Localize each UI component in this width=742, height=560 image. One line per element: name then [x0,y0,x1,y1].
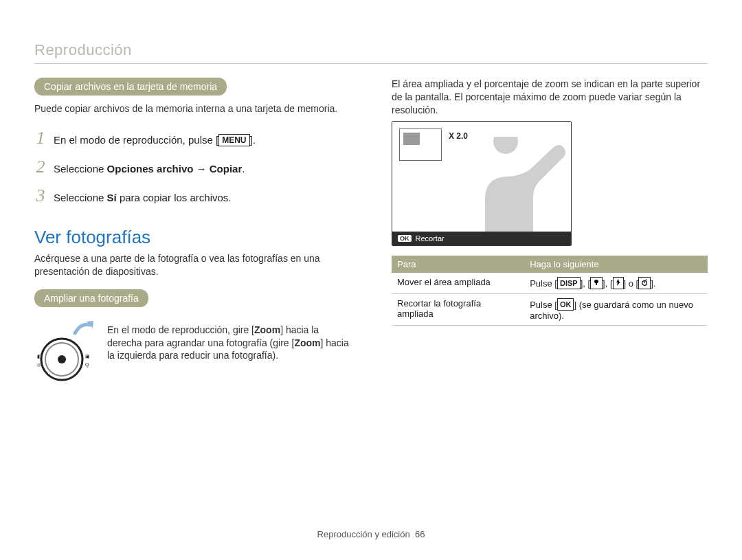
zoom-area-explainer: El área ampliada y el porcentaje de zoom… [392,78,708,117]
bold-text: Zoom [254,324,280,335]
step-2: 2 Seleccione Opciones archivo → Copiar. [34,157,350,177]
text: . [242,163,245,175]
footer-section: Reproducción y edición [317,529,410,539]
text: ]. [250,134,256,146]
text: ]. [651,278,655,289]
bold-text: Sí [107,192,117,203]
intro-copy-files: Puede copiar archivos de la memoria inte… [34,102,350,115]
camera-screen-illustration: X 2.0 OK Recortar [392,121,572,246]
table-row: Recortar la fotografía ampliada Pulse [O… [392,293,708,325]
subsection-pill-zoom: Ampliar una fotografía [34,289,148,307]
macro-button-icon [590,277,603,289]
two-column-layout: Copiar archivos en la tarjeta de memoria… [34,78,708,388]
page-footer: Reproducción y edición 66 [0,529,742,539]
header-divider [34,63,708,64]
child-silhouette-icon [458,137,571,232]
ok-button-label: OK [557,298,574,311]
svg-text:Q: Q [85,362,89,368]
step-number: 2 [34,157,47,177]
zoom-dial-illustration: ◧ ◎ ▣ Q [34,324,96,388]
step-number: 1 [34,128,47,148]
svg-text:◧: ◧ [37,354,42,359]
timer-button-icon [638,277,651,289]
text: Seleccione [54,163,107,175]
step-3: 3 Seleccione Sí para copiar los archivos… [34,186,350,206]
right-column: El área ampliada y el porcentaje de zoom… [392,78,708,388]
menu-button-label: MENU [218,134,249,146]
step-text: Seleccione Opciones archivo → Copiar. [54,163,245,175]
bold-text: Zoom [294,337,320,348]
text: Pulse [ [530,278,557,289]
text: En el modo de reproducción, pulse [ [54,134,218,146]
svg-text:◎: ◎ [37,362,41,367]
left-column: Copiar archivos en la tarjeta de memoria… [34,78,350,388]
cell-task: Mover el área ampliada [392,273,524,294]
cell-action: Pulse [OK] (se guardará como un nuevo ar… [524,293,708,325]
step-1: 1 En el modo de reproducción, pulse [MEN… [34,128,350,148]
cell-action: Pulse [DISP], [ ], [ ] o [ ]. [524,273,708,294]
section-title-view-photos: Ver fotografías [34,227,350,248]
table-header-action: Haga lo siguiente [524,256,708,273]
text: para copiar los archivos. [117,192,232,203]
text: ], [ [581,278,590,289]
svg-point-2 [58,355,66,363]
flash-button-icon [613,277,624,289]
disp-button-label: DISP [557,277,581,289]
subsection-pill-copy: Copiar archivos en la tarjeta de memoria [34,78,227,96]
crop-label: Recortar [416,234,445,243]
text: ], [ [603,278,612,289]
zoom-instruction-text: En el modo de reproducción, gire [Zoom] … [107,324,350,388]
svg-text:▣: ▣ [85,354,90,359]
text: Pulse [ [530,300,557,310]
table-header-para: Para [392,256,524,273]
step-text: En el modo de reproducción, pulse [MENU]… [54,134,256,146]
zoom-navigator-box [399,128,442,161]
instruction-table: Para Haga lo siguiente Mover el área amp… [392,256,708,326]
page-number: 66 [415,529,425,539]
screen-bottom-bar: OK Recortar [392,232,571,245]
cell-task: Recortar la fotografía ampliada [392,293,524,325]
rotate-arrow-icon [73,321,93,336]
step-text: Seleccione Sí para copiar los archivos. [54,192,232,203]
zoom-viewport-indicator [403,133,420,145]
steps-list: 1 En el modo de reproducción, pulse [MEN… [34,128,350,206]
intro-view-photos: Acérquese a una parte de la fotografía o… [34,252,350,278]
text: ] o [ [624,278,639,289]
manual-page: Reproducción Copiar archivos en la tarje… [0,0,742,560]
zoom-instruction-row: ◧ ◎ ▣ Q En el modo de reproducción, gire… [34,324,350,388]
text: Seleccione [54,192,107,203]
text: En el modo de reproducción, gire [ [107,324,254,335]
step-number: 3 [34,186,47,206]
ok-button-indicator: OK [398,235,412,242]
section-header: Reproducción [34,41,708,59]
bold-text: Opciones archivo → Copiar [107,163,243,175]
table-row: Mover el área ampliada Pulse [DISP], [ ]… [392,273,708,294]
screen-content: X 2.0 [392,122,571,232]
